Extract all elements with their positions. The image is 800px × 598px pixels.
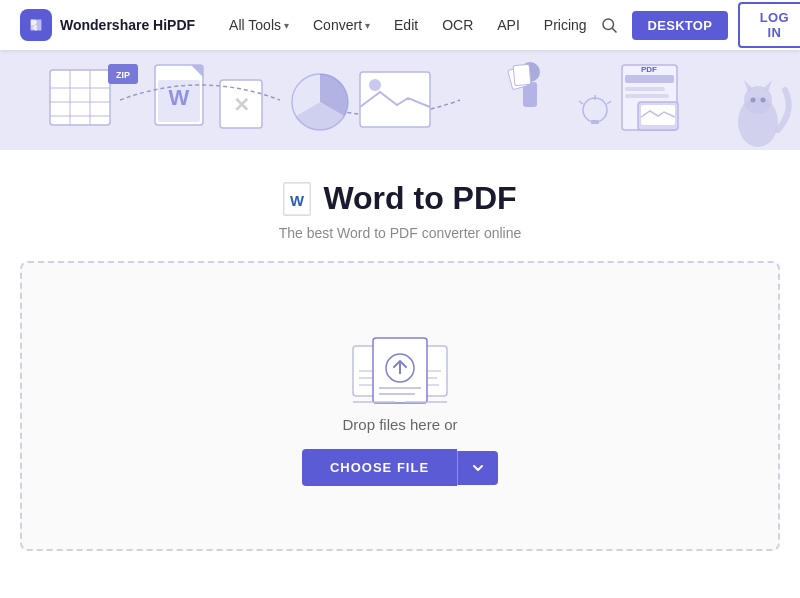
svg-point-0	[603, 19, 614, 30]
hero-banner: ZIP W ✕	[0, 50, 800, 150]
nav-edit[interactable]: Edit	[384, 11, 428, 39]
choose-file-button[interactable]: CHOOSE FILE	[302, 449, 457, 486]
nav-convert[interactable]: Convert ▾	[303, 11, 380, 39]
chevron-icon: ▾	[284, 20, 289, 31]
chevron-icon: ▾	[365, 20, 370, 31]
svg-text:PDF: PDF	[641, 65, 657, 74]
svg-rect-24	[591, 120, 599, 124]
svg-line-1	[612, 28, 616, 32]
page-subtitle: The best Word to PDF converter online	[279, 225, 522, 241]
svg-rect-22	[513, 64, 531, 85]
svg-rect-31	[625, 94, 669, 98]
choose-file-dropdown-button[interactable]	[457, 451, 498, 485]
svg-text:✕: ✕	[233, 94, 250, 116]
nav-links: All Tools ▾ Convert ▾ Edit OCR API Prici…	[219, 11, 597, 39]
svg-point-37	[751, 98, 756, 103]
svg-rect-30	[625, 87, 665, 91]
svg-text:W: W	[169, 85, 190, 110]
page-title: Word to PDF	[323, 180, 516, 217]
nav-right: DESKTOP LOG IN	[597, 2, 800, 48]
page-title-area: W Word to PDF	[283, 180, 516, 217]
upload-illustration	[345, 326, 455, 416]
nav-api[interactable]: API	[487, 11, 530, 39]
drop-text: Drop files here or	[342, 416, 457, 433]
search-button[interactable]	[597, 9, 622, 41]
nav-all-tools[interactable]: All Tools ▾	[219, 11, 299, 39]
drop-zone[interactable]: Drop files here or CHOOSE FILE	[20, 261, 780, 551]
logo-icon	[20, 9, 52, 41]
logo-area[interactable]: Wondershare HiPDF	[20, 9, 195, 41]
svg-text:ZIP: ZIP	[116, 70, 130, 80]
choose-file-area: CHOOSE FILE	[302, 449, 498, 486]
brand-name: Wondershare HiPDF	[60, 17, 195, 33]
navbar: Wondershare HiPDF All Tools ▾ Convert ▾ …	[0, 0, 800, 50]
svg-point-38	[761, 98, 766, 103]
chevron-down-icon	[472, 462, 484, 474]
svg-rect-3	[50, 70, 110, 125]
desktop-button[interactable]: DESKTOP	[632, 11, 729, 40]
svg-text:W: W	[290, 193, 304, 209]
main-content: W Word to PDF The best Word to PDF conve…	[0, 150, 800, 571]
nav-ocr[interactable]: OCR	[432, 11, 483, 39]
login-button[interactable]: LOG IN	[738, 2, 800, 48]
nav-pricing[interactable]: Pricing	[534, 11, 597, 39]
svg-point-18	[369, 79, 381, 91]
word-icon: W	[283, 182, 311, 216]
svg-rect-29	[625, 75, 674, 83]
